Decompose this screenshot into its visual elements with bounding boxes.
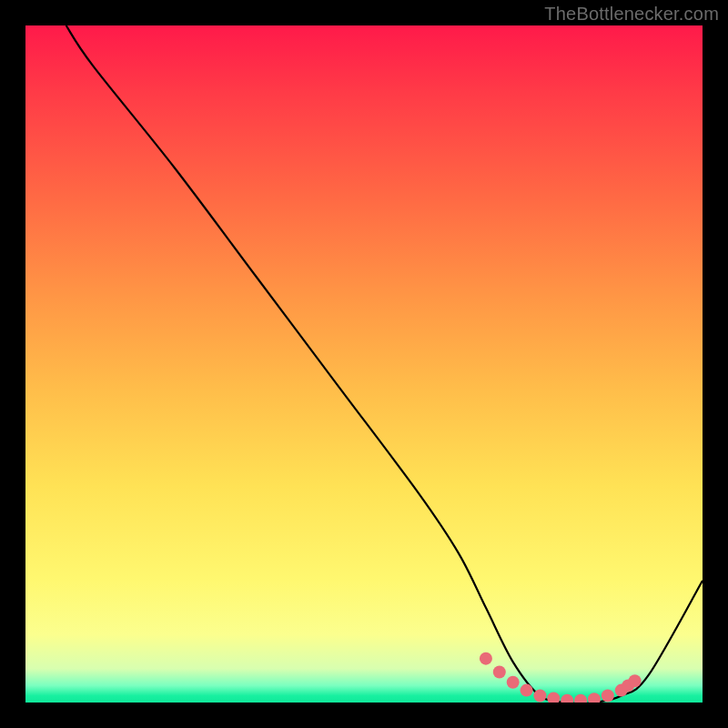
optimal-range-markers (480, 652, 642, 703)
marker-dot (521, 684, 533, 697)
marker-dot (574, 694, 587, 703)
marker-dot (588, 693, 601, 703)
marker-dot (561, 694, 573, 703)
marker-dot (493, 666, 506, 679)
marker-dot (629, 674, 642, 687)
chart-frame: TheBottlenecker.com (0, 0, 728, 728)
plot-area (25, 25, 703, 703)
marker-dot (480, 652, 492, 665)
marker-dot (602, 690, 614, 703)
marker-dot (507, 676, 520, 689)
marker-dot (547, 693, 560, 703)
bottleneck-chart (25, 25, 703, 703)
attribution-watermark: TheBottlenecker.com (544, 4, 719, 25)
marker-dot (533, 690, 546, 703)
bottleneck-curve-line (66, 25, 703, 703)
